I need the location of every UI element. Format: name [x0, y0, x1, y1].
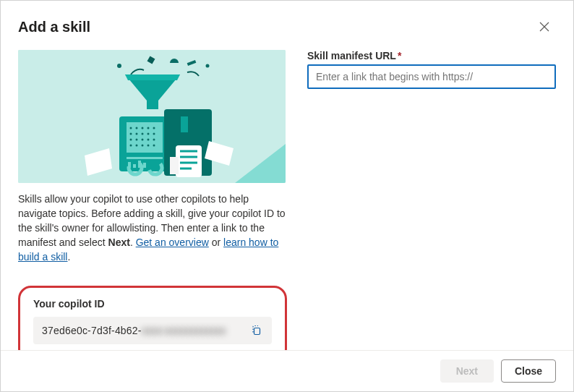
copilot-id-obscured: xxxx-xxxxxxxxxxxx: [142, 325, 226, 336]
copilot-id-label: Your copilot ID: [33, 298, 272, 310]
svg-point-30: [147, 145, 150, 147]
copilot-id-value: 37ed6e0c-7d3f-4b62-: [42, 325, 142, 336]
close-icon[interactable]: [533, 15, 556, 38]
svg-point-12: [130, 127, 132, 129]
svg-rect-9: [147, 99, 158, 109]
svg-point-23: [136, 139, 138, 141]
svg-rect-50: [254, 328, 260, 335]
svg-point-27: [130, 145, 132, 147]
next-button[interactable]: Next: [440, 359, 494, 383]
copy-icon[interactable]: [250, 324, 263, 337]
dialog-title: Add a skill: [18, 19, 90, 35]
svg-point-18: [136, 133, 138, 135]
link-get-overview[interactable]: Get an overview: [136, 237, 209, 248]
copilot-id-box: 37ed6e0c-7d3f-4b62-xxxx-xxxxxxxxxxxx: [33, 317, 272, 344]
manifest-url-label: Skill manifest URL *: [307, 50, 556, 61]
svg-rect-38: [181, 116, 188, 132]
close-button[interactable]: Close: [501, 359, 556, 383]
svg-point-6: [206, 64, 210, 68]
svg-point-25: [147, 139, 150, 141]
svg-rect-32: [127, 157, 163, 159]
svg-point-13: [136, 127, 138, 129]
svg-marker-8: [125, 74, 180, 80]
manifest-url-input[interactable]: [307, 64, 556, 89]
required-marker: *: [398, 50, 401, 61]
svg-rect-36: [143, 163, 146, 168]
svg-point-28: [136, 145, 138, 147]
svg-point-3: [117, 64, 121, 68]
svg-rect-44: [170, 157, 179, 174]
svg-point-24: [142, 139, 144, 141]
svg-rect-34: [133, 164, 136, 168]
svg-point-31: [153, 145, 155, 147]
svg-point-19: [142, 133, 144, 135]
svg-point-14: [142, 127, 144, 129]
svg-point-26: [153, 139, 155, 141]
svg-rect-11: [127, 122, 163, 153]
svg-point-21: [153, 133, 155, 135]
svg-point-22: [130, 139, 132, 141]
svg-point-29: [142, 145, 144, 147]
description-text: Skills allow your copilot to use other c…: [18, 192, 287, 264]
svg-point-20: [147, 133, 150, 135]
svg-point-17: [130, 133, 132, 135]
illustration-image: [18, 50, 286, 183]
svg-point-16: [153, 127, 155, 129]
svg-point-15: [147, 127, 150, 129]
